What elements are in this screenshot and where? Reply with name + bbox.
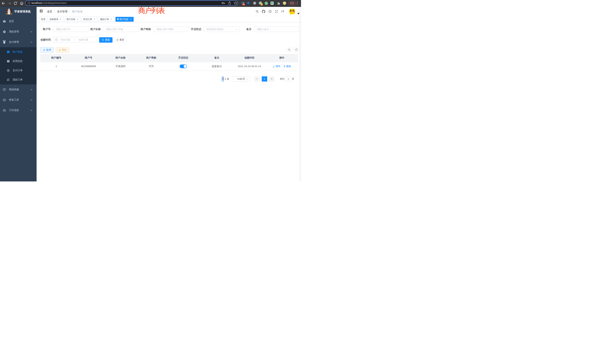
svg-text:¥: ¥ xyxy=(3,40,6,44)
svg-text:10: 10 xyxy=(243,3,245,5)
svg-text:y: y xyxy=(266,2,267,4)
svg-text:1: 1 xyxy=(261,3,262,5)
svg-text:⌘: ⌘ xyxy=(254,2,256,4)
